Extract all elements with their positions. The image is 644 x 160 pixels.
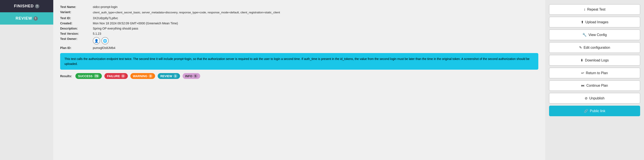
view-config-icon: 🔧	[582, 33, 587, 37]
plan-id-label: Plan ID:	[60, 46, 90, 50]
test-owner-label: Test Owner:	[60, 37, 90, 41]
return-to-plan-label: Return to Plan	[586, 71, 608, 75]
description-box: This test calls the authorization endpoi…	[60, 53, 538, 70]
badge-warning-count: 0	[148, 74, 152, 78]
edit-configuration-icon: ✎	[579, 45, 582, 50]
return-to-plan-button[interactable]: ↩ Return to Plan	[549, 68, 640, 78]
review-label: REVIEW	[16, 16, 32, 21]
public-link-button[interactable]: 🔗 Public link	[549, 106, 640, 116]
badge-failure[interactable]: FAILURE 0	[104, 73, 128, 79]
variant-label: Variant:	[60, 10, 90, 14]
created-value: Mon Nov 18 2024 09:52:09 GMT+0000 (Green…	[93, 22, 538, 25]
badge-info-count: 5	[193, 74, 198, 78]
view-config-button[interactable]: 🔧 View Config	[549, 30, 640, 40]
created-label: Created:	[60, 22, 90, 25]
sidebar-finished-status: FINISHED ?	[0, 0, 53, 12]
continue-plan-label: Continue Plan	[586, 84, 608, 88]
sidebar-review-status: REVIEW ?	[0, 12, 53, 25]
repeat-test-button[interactable]: ↕ Repeat Test	[549, 4, 640, 15]
badge-info-label: INFO	[185, 74, 192, 78]
test-name-label: Test Name:	[60, 5, 90, 9]
sidebar: FINISHED ? REVIEW ?	[0, 0, 53, 160]
edit-configuration-button[interactable]: ✎ Edit configuration	[549, 42, 640, 53]
upload-images-label: Upload Images	[585, 20, 608, 24]
description-value: Spring OP everything should pass	[93, 27, 538, 30]
test-owner-icons: 👤 🌐	[93, 37, 538, 44]
return-to-plan-icon: ↩	[581, 71, 584, 75]
test-version-label: Test Version:	[60, 32, 90, 35]
review-help-badge[interactable]: ?	[34, 16, 38, 21]
finished-help-badge[interactable]: ?	[35, 4, 39, 9]
continue-plan-button[interactable]: ⏭ Continue Plan	[549, 81, 640, 91]
test-id-label: Test ID:	[60, 16, 90, 20]
badge-success[interactable]: SUCCESS 78	[76, 73, 102, 79]
badge-success-count: 78	[94, 74, 99, 78]
download-logs-label: Download Logs	[585, 58, 608, 62]
test-version-value: 5.1.23	[93, 32, 538, 35]
results-row: Results: SUCCESS 78 FAILURE 0 WARNING 0 …	[60, 73, 538, 79]
public-link-icon: 🔗	[584, 109, 588, 113]
badge-warning[interactable]: WARNING 0	[130, 73, 155, 79]
badge-success-label: SUCCESS	[78, 74, 92, 78]
right-panel: ↕ Repeat Test ⬆ Upload Images 🔧 View Con…	[545, 0, 644, 160]
badge-warning-label: WARNING	[133, 74, 148, 78]
view-config-label: View Config	[588, 33, 606, 37]
badge-review-count: 1	[173, 74, 178, 78]
description-text: This test calls the authorization endpoi…	[64, 57, 530, 65]
plan-id-value: pumxglOs8JMb4	[93, 46, 538, 50]
download-logs-icon: ⬇	[580, 58, 583, 62]
edit-configuration-label: Edit configuration	[584, 46, 610, 50]
badge-review[interactable]: REVIEW 1	[158, 73, 180, 79]
results-label: Results:	[60, 74, 72, 78]
badge-info[interactable]: INFO 5	[182, 73, 200, 79]
badge-review-label: REVIEW	[160, 74, 172, 78]
finished-label: FINISHED	[14, 4, 34, 9]
description-label: Description:	[60, 27, 90, 30]
main-content: Test Name: oidcc-prompt-login Variant: c…	[53, 0, 545, 160]
owner-globe-icon[interactable]: 🌐	[102, 37, 109, 44]
public-link-label: Public link	[590, 109, 605, 113]
unpublish-icon: ⊘	[585, 96, 588, 100]
test-name-value: oidcc-prompt-login	[93, 5, 538, 9]
owner-person-icon[interactable]: 👤	[93, 37, 100, 44]
variant-value: client_auth_type=client_secret_basic, se…	[93, 10, 538, 15]
unpublish-button[interactable]: ⊘ Unpublish	[549, 93, 640, 104]
badge-failure-count: 0	[121, 74, 125, 78]
upload-images-button[interactable]: ⬆ Upload Images	[549, 17, 640, 27]
repeat-test-icon: ↕	[584, 8, 585, 12]
continue-plan-icon: ⏭	[581, 84, 585, 88]
unpublish-label: Unpublish	[589, 96, 604, 100]
badge-failure-label: FAILURE	[107, 74, 120, 78]
download-logs-button[interactable]: ⬇ Download Logs	[549, 55, 640, 65]
info-table: Test Name: oidcc-prompt-login Variant: c…	[60, 5, 538, 50]
upload-images-icon: ⬆	[581, 20, 584, 24]
test-id-value: 3X2Udzp8y7Lp8vc	[93, 16, 538, 20]
repeat-test-label: Repeat Test	[587, 8, 605, 12]
